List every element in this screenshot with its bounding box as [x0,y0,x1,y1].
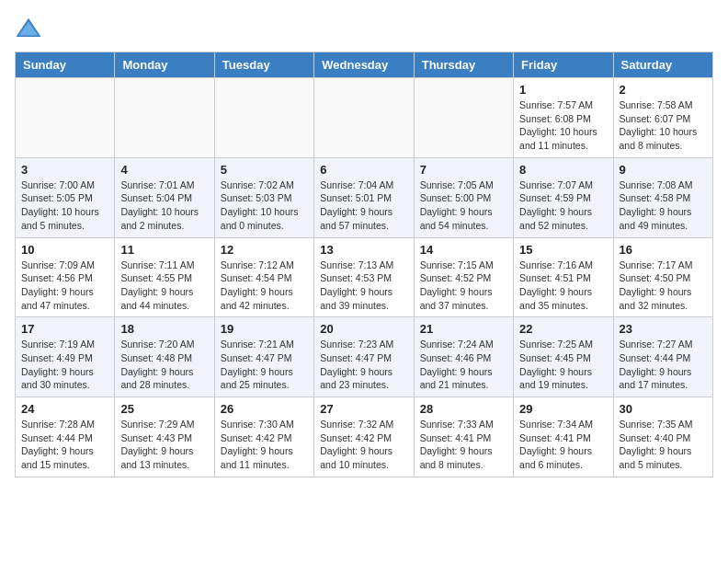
calendar-cell: 17Sunrise: 7:19 AM Sunset: 4:49 PM Dayli… [16,317,115,397]
day-number: 13 [320,243,407,257]
day-info: Sunrise: 7:17 AM Sunset: 4:50 PM Dayligh… [620,259,707,313]
day-info: Sunrise: 7:00 AM Sunset: 5:05 PM Dayligh… [21,178,108,233]
calendar-week-row: 17Sunrise: 7:19 AM Sunset: 4:49 PM Dayli… [16,317,713,397]
day-number: 16 [620,243,707,257]
day-info: Sunrise: 7:16 AM Sunset: 4:51 PM Dayligh… [519,259,607,313]
calendar-cell: 21Sunrise: 7:24 AM Sunset: 4:46 PM Dayli… [414,317,513,397]
day-info: Sunrise: 7:04 AM Sunset: 5:01 PM Dayligh… [320,178,407,233]
calendar-week-row: 10Sunrise: 7:09 AM Sunset: 4:56 PM Dayli… [16,237,713,317]
calendar-table: SundayMondayTuesdayWednesdayThursdayFrid… [15,52,713,477]
day-info: Sunrise: 7:13 AM Sunset: 4:53 PM Dayligh… [320,259,407,313]
day-info: Sunrise: 7:12 AM Sunset: 4:54 PM Dayligh… [221,259,308,313]
day-header-sunday: Sunday [16,52,115,78]
day-number: 5 [221,163,308,177]
calendar-cell: 30Sunrise: 7:35 AM Sunset: 4:40 PM Dayli… [613,397,712,477]
calendar-cell: 29Sunrise: 7:34 AM Sunset: 4:41 PM Dayli… [514,397,613,477]
day-info: Sunrise: 7:34 AM Sunset: 4:41 PM Dayligh… [519,418,607,472]
day-info: Sunrise: 7:28 AM Sunset: 4:44 PM Dayligh… [21,418,108,472]
calendar-cell: 28Sunrise: 7:33 AM Sunset: 4:41 PM Dayli… [414,397,513,477]
day-info: Sunrise: 7:32 AM Sunset: 4:42 PM Dayligh… [320,418,407,472]
day-info: Sunrise: 7:02 AM Sunset: 5:03 PM Dayligh… [221,178,308,233]
day-number: 21 [420,322,507,336]
day-info: Sunrise: 7:19 AM Sunset: 4:49 PM Dayligh… [21,338,108,392]
calendar-cell: 20Sunrise: 7:23 AM Sunset: 4:47 PM Dayli… [314,317,414,397]
day-info: Sunrise: 7:27 AM Sunset: 4:44 PM Dayligh… [620,338,707,392]
day-number: 6 [320,163,407,177]
logo [15,15,48,42]
day-info: Sunrise: 7:57 AM Sunset: 6:08 PM Dayligh… [519,98,607,153]
calendar-cell [414,78,513,158]
calendar-cell: 8Sunrise: 7:07 AM Sunset: 4:59 PM Daylig… [514,157,613,237]
day-header-wednesday: Wednesday [314,52,414,78]
day-info: Sunrise: 7:35 AM Sunset: 4:40 PM Dayligh… [620,418,707,472]
day-number: 22 [519,322,607,336]
calendar-cell: 25Sunrise: 7:29 AM Sunset: 4:43 PM Dayli… [115,397,214,477]
day-info: Sunrise: 7:01 AM Sunset: 5:04 PM Dayligh… [120,178,208,233]
day-number: 1 [519,83,607,97]
calendar-cell: 4Sunrise: 7:01 AM Sunset: 5:04 PM Daylig… [115,157,214,237]
calendar-week-row: 3Sunrise: 7:00 AM Sunset: 5:05 PM Daylig… [16,157,713,237]
day-info: Sunrise: 7:08 AM Sunset: 4:58 PM Dayligh… [620,178,707,233]
calendar-cell: 19Sunrise: 7:21 AM Sunset: 4:47 PM Dayli… [214,317,313,397]
calendar-cell [214,78,313,158]
calendar-cell: 11Sunrise: 7:11 AM Sunset: 4:55 PM Dayli… [115,237,214,317]
day-info: Sunrise: 7:11 AM Sunset: 4:55 PM Dayligh… [120,259,208,313]
day-number: 30 [620,402,707,416]
calendar-cell: 15Sunrise: 7:16 AM Sunset: 4:51 PM Dayli… [514,237,613,317]
day-number: 8 [519,163,607,177]
calendar-cell: 27Sunrise: 7:32 AM Sunset: 4:42 PM Dayli… [314,397,414,477]
day-number: 11 [120,243,208,257]
day-info: Sunrise: 7:20 AM Sunset: 4:48 PM Dayligh… [120,338,208,392]
day-number: 10 [21,243,108,257]
day-number: 19 [221,322,308,336]
calendar-cell: 7Sunrise: 7:05 AM Sunset: 5:00 PM Daylig… [414,157,513,237]
calendar-cell: 3Sunrise: 7:00 AM Sunset: 5:05 PM Daylig… [16,157,115,237]
calendar-cell: 1Sunrise: 7:57 AM Sunset: 6:08 PM Daylig… [514,78,613,158]
calendar-week-row: 24Sunrise: 7:28 AM Sunset: 4:44 PM Dayli… [16,397,713,477]
day-number: 24 [21,402,108,416]
day-info: Sunrise: 7:09 AM Sunset: 4:56 PM Dayligh… [21,259,108,313]
day-number: 18 [120,322,208,336]
day-number: 14 [420,243,507,257]
day-info: Sunrise: 7:24 AM Sunset: 4:46 PM Dayligh… [420,338,507,392]
day-number: 2 [620,83,707,97]
day-number: 3 [21,163,108,177]
calendar-cell: 24Sunrise: 7:28 AM Sunset: 4:44 PM Dayli… [16,397,115,477]
calendar-cell: 22Sunrise: 7:25 AM Sunset: 4:45 PM Dayli… [514,317,613,397]
day-number: 27 [320,402,407,416]
calendar-week-row: 1Sunrise: 7:57 AM Sunset: 6:08 PM Daylig… [16,78,713,158]
day-header-tuesday: Tuesday [214,52,313,78]
logo-icon [15,15,42,42]
calendar-cell: 23Sunrise: 7:27 AM Sunset: 4:44 PM Dayli… [613,317,712,397]
calendar-cell: 14Sunrise: 7:15 AM Sunset: 4:52 PM Dayli… [414,237,513,317]
calendar-cell: 26Sunrise: 7:30 AM Sunset: 4:42 PM Dayli… [214,397,313,477]
day-info: Sunrise: 7:25 AM Sunset: 4:45 PM Dayligh… [519,338,607,392]
calendar-cell: 12Sunrise: 7:12 AM Sunset: 4:54 PM Dayli… [214,237,313,317]
day-number: 9 [620,163,707,177]
calendar-cell: 2Sunrise: 7:58 AM Sunset: 6:07 PM Daylig… [613,78,712,158]
calendar-cell [16,78,115,158]
day-info: Sunrise: 7:30 AM Sunset: 4:42 PM Dayligh… [221,418,308,472]
calendar-cell: 10Sunrise: 7:09 AM Sunset: 4:56 PM Dayli… [16,237,115,317]
calendar-cell [314,78,414,158]
day-info: Sunrise: 7:33 AM Sunset: 4:41 PM Dayligh… [420,418,507,472]
day-number: 26 [221,402,308,416]
day-number: 20 [320,322,407,336]
day-info: Sunrise: 7:21 AM Sunset: 4:47 PM Dayligh… [221,338,308,392]
day-header-monday: Monday [115,52,214,78]
calendar-cell: 5Sunrise: 7:02 AM Sunset: 5:03 PM Daylig… [214,157,313,237]
calendar-cell: 18Sunrise: 7:20 AM Sunset: 4:48 PM Dayli… [115,317,214,397]
day-number: 7 [420,163,507,177]
day-number: 4 [120,163,208,177]
day-header-friday: Friday [514,52,613,78]
day-info: Sunrise: 7:29 AM Sunset: 4:43 PM Dayligh… [120,418,208,472]
calendar-cell [115,78,214,158]
day-number: 17 [21,322,108,336]
day-info: Sunrise: 7:23 AM Sunset: 4:47 PM Dayligh… [320,338,407,392]
calendar-cell: 16Sunrise: 7:17 AM Sunset: 4:50 PM Dayli… [613,237,712,317]
day-number: 25 [120,402,208,416]
day-info: Sunrise: 7:05 AM Sunset: 5:00 PM Dayligh… [420,178,507,233]
day-header-saturday: Saturday [613,52,712,78]
day-info: Sunrise: 7:15 AM Sunset: 4:52 PM Dayligh… [420,259,507,313]
day-info: Sunrise: 7:07 AM Sunset: 4:59 PM Dayligh… [519,178,607,233]
